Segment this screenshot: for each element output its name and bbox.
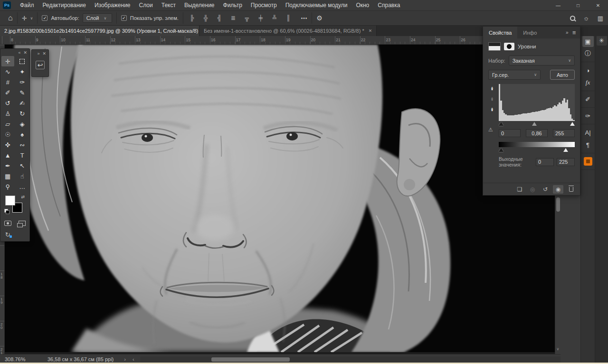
output-white-field[interactable] [557, 158, 575, 166]
info-panel-icon[interactable]: ⓘ [582, 48, 594, 59]
lasso-tool[interactable]: ∿ [1, 66, 14, 77]
collapse-panel-icon[interactable]: « [18, 50, 20, 55]
plugins-wheel-icon[interactable]: ✳ [597, 35, 607, 46]
home-icon[interactable]: ⌂ [8, 14, 13, 22]
distribute-vertical-centers-icon[interactable]: ║ [284, 15, 293, 21]
show-transform-controls-checkbox[interactable]: ✓ [121, 15, 127, 21]
output-white-slider[interactable] [563, 148, 568, 152]
foreground-color-swatch[interactable] [5, 196, 15, 205]
character-panel-icon[interactable]: A| [582, 127, 594, 138]
visibility-eye-icon[interactable]: ◉ [553, 185, 563, 194]
distribute-horizontal-centers-icon[interactable]: ≣ [229, 15, 238, 21]
autoselect-target-dropdown[interactable]: Слой ∨ [83, 13, 112, 23]
edit-toolbar-icon[interactable]: … [16, 181, 29, 192]
marquee-tool[interactable] [16, 56, 29, 66]
clipping-warning-icon[interactable]: ⚠ [488, 127, 499, 133]
photoshop-logo[interactable]: Ps [3, 1, 11, 9]
close-panel-icon[interactable]: ✕ [23, 50, 27, 55]
learn-lightbulb-icon[interactable]: ☼ [583, 14, 589, 22]
clip-to-layer-icon[interactable]: ❏ [514, 185, 525, 194]
document-tab[interactable]: Без имени-1-восстановлено @ 60,6% (00026… [200, 26, 377, 36]
art-history-brush-tool[interactable]: ↻ [16, 108, 29, 119]
tool-settings-gear-icon[interactable]: ⚙ [316, 14, 323, 22]
maximize-button[interactable]: □ [568, 0, 588, 10]
search-icon[interactable] [570, 16, 575, 21]
input-black-slider[interactable] [499, 122, 504, 126]
autoselect-checkbox[interactable]: ✓ [42, 15, 48, 21]
pen-tool[interactable]: ✒ [1, 160, 14, 171]
horizontal-scrollbar[interactable]: › [140, 356, 560, 363]
white-point-eyedropper-icon[interactable]: ✒ [489, 106, 496, 113]
black-point-eyedropper-icon[interactable]: ✒ [489, 85, 496, 93]
zoom-tool[interactable]: ⚲ [1, 181, 14, 192]
swap-colors-icon[interactable]: ⇄ [21, 195, 25, 199]
libraries-panel-icon[interactable] [582, 156, 594, 167]
align-bottom-edges-icon[interactable]: ╩ [270, 15, 279, 21]
mixer-brush-tool[interactable]: ✍ [16, 98, 29, 108]
smudge-tool[interactable]: ∾ [16, 140, 29, 150]
more-align-options-icon[interactable]: ••• [301, 16, 308, 21]
chevron-down-icon[interactable]: ∨ [30, 16, 33, 20]
healing-brush-tool[interactable]: ✜ [1, 140, 14, 150]
frame-tool[interactable]: ▦ [1, 171, 14, 181]
output-black-slider[interactable] [499, 148, 504, 152]
path-select-tool[interactable]: ↖ [16, 160, 29, 171]
output-black-field[interactable] [536, 158, 554, 166]
blur-tool[interactable]: ♠ [16, 129, 29, 140]
move-tool-icon[interactable]: ✛ [22, 15, 27, 22]
align-top-edges-icon[interactable]: ╦ [243, 15, 251, 21]
tab-инфо[interactable]: Инфо [517, 27, 542, 38]
eraser-tool[interactable]: ▱ [1, 119, 14, 129]
gray-point-eyedropper-icon[interactable]: ✒ [489, 95, 496, 103]
input-gamma-slider[interactable] [532, 122, 537, 126]
channel-dropdown[interactable]: Гр.сер. ∨ [488, 70, 541, 80]
menu-item[interactable]: Справка [373, 0, 404, 10]
quick-mask-icon[interactable] [4, 221, 11, 226]
capture-cc-icon[interactable]: ↻ [5, 231, 10, 238]
input-black-field[interactable] [499, 129, 521, 137]
crop-tool[interactable]: # [1, 77, 14, 87]
align-right-edges-icon[interactable]: ╣ [215, 15, 224, 21]
close-panel-icon[interactable]: ✕ [42, 51, 46, 56]
menu-item[interactable]: Редактирование [38, 0, 90, 10]
align-horizontal-centers-icon[interactable]: ╬ [201, 15, 210, 21]
menu-item[interactable]: Фильтр [219, 0, 247, 10]
brush-tool[interactable]: ✐ [1, 87, 14, 98]
screen-mode-icon[interactable] [19, 221, 26, 226]
menu-item[interactable]: Подключаемые модули [281, 0, 352, 10]
history-brush-tool[interactable]: ↺ [1, 98, 14, 108]
brushes-panel-icon[interactable]: ✑ [582, 110, 594, 121]
menu-item[interactable]: Слои [135, 0, 157, 10]
paragraph-panel-icon[interactable]: ¶ [582, 139, 594, 150]
status-popup-arrow-icon[interactable]: › [124, 356, 126, 362]
delete-adjustment-icon[interactable] [566, 185, 576, 194]
layer-mask-thumbnail[interactable] [504, 43, 514, 50]
hand-tool[interactable]: ☝ [16, 171, 29, 181]
vertical-scrollbar-thumb[interactable] [556, 197, 560, 212]
horizontal-scrollbar-thumb[interactable] [211, 357, 290, 362]
align-left-edges-icon[interactable]: ╠ [188, 15, 196, 21]
auto-button[interactable]: Авто [550, 70, 575, 80]
reset-icon[interactable]: ↺ [540, 185, 551, 194]
expand-panel-icon[interactable]: » [37, 51, 39, 56]
scroll-left-arrow-icon[interactable]: ‹ [133, 356, 134, 362]
menu-item[interactable]: Текст [157, 0, 180, 10]
move-tool[interactable]: ✛ [1, 56, 14, 66]
preset-dropdown[interactable]: Заказная ∨ [509, 56, 575, 65]
scroll-down-arrow-icon[interactable]: ∨ [555, 347, 560, 351]
canvas-portrait[interactable] [0, 45, 555, 352]
magic-wand-tool[interactable]: ✦ [16, 66, 29, 77]
paint-bucket-tool[interactable]: ◈ [16, 119, 29, 129]
zoom-level-field[interactable]: 308.76% [0, 356, 34, 362]
tab-свойства[interactable]: Свойства [483, 27, 517, 38]
pencil-tool[interactable]: ✎ [16, 87, 29, 98]
input-gamma-field[interactable] [526, 129, 548, 137]
dodge-tool[interactable]: ☉ [1, 129, 14, 140]
workspace-switcher-icon[interactable]: ▥ [598, 15, 603, 22]
history-panel-icon[interactable]: ↩ [36, 61, 45, 69]
menu-item[interactable]: Изображение [90, 0, 135, 10]
menu-item[interactable]: Окно [352, 0, 373, 10]
menu-item[interactable]: Просмотр [247, 0, 281, 10]
expand-panel-icon[interactable]: » [566, 30, 569, 35]
panel-menu-icon[interactable]: ≣ [572, 30, 576, 35]
